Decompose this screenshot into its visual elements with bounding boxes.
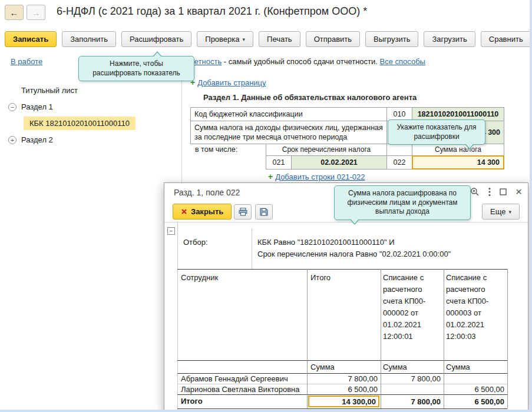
chevron-down-icon: ▾: [243, 36, 246, 42]
including-label: в том числе:: [191, 144, 265, 156]
grid-line: [252, 228, 252, 269]
subheader-sum: Сумма: [310, 361, 335, 373]
row-employee-name[interactable]: Абрамов Геннадий Сергеевич: [181, 374, 288, 384]
grid-line: [177, 394, 507, 395]
sections-tree: Титульный лист − Раздел 1 КБК 1821010201…: [0, 75, 181, 412]
tree-item-section1[interactable]: − Раздел 1: [0, 99, 181, 115]
send-button[interactable]: Отправить: [306, 31, 360, 47]
modal-window-icons: ×: [470, 187, 522, 197]
print-icon-button[interactable]: [234, 204, 252, 220]
promo-line: 1С-Отчетность - самый удобный способ сда…: [168, 57, 425, 66]
decipher-button[interactable]: Расшифровать: [121, 31, 191, 47]
collapse-icon[interactable]: −: [8, 103, 16, 111]
filter-label: Отбор:: [183, 237, 208, 248]
search-icon[interactable]: [470, 187, 480, 197]
total-row-label: Итого: [181, 397, 203, 406]
save-icon-button[interactable]: [255, 204, 273, 220]
window-frame-edge: [530, 0, 532, 412]
callout-tail: [350, 220, 359, 225]
subheader-sum: Сумма: [446, 361, 470, 373]
filter-line1: КБК Равно "18210102010011000110" И: [257, 237, 395, 248]
close-button[interactable]: Закрыть: [173, 204, 232, 220]
value-022-cell[interactable]: 14 300: [412, 155, 504, 170]
grid-line: [177, 373, 507, 374]
hint-indicator-callout: Укажите показатель для расшифровки: [388, 119, 485, 145]
hint-sum-callout: Сумма налога расшифрована по физическим …: [334, 185, 471, 220]
empty-header-cell: [386, 144, 412, 156]
status-link[interactable]: В работе: [11, 57, 42, 66]
row-doc1-value[interactable]: 7 800,00: [381, 374, 441, 384]
forward-arrow-icon[interactable]: →: [27, 5, 45, 20]
callout-tail: [153, 51, 162, 57]
grid-line: [507, 269, 508, 408]
tax-label-cell: Сумма налога на доходы физических лиц, у…: [190, 121, 387, 144]
total-sum-selected-cell[interactable]: 14 300,00: [308, 396, 379, 407]
row-total-value[interactable]: 6 500,00: [307, 385, 378, 394]
more-button[interactable]: Еще▾: [482, 204, 520, 220]
add-page-link[interactable]: +Добавить страницу: [190, 78, 266, 87]
fill-button[interactable]: Заполнить: [62, 31, 116, 47]
callout-tail: [465, 144, 474, 149]
red-cross-icon: [181, 208, 187, 215]
decode-window: Разд. 1, поле 022 × Закрыть Еще▾ Сумма н…: [164, 182, 528, 412]
collapse-group-icon[interactable]: −: [167, 227, 175, 235]
command-toolbar: Записать Заполнить Расшифровать Проверка…: [5, 31, 526, 47]
kebab-menu-icon[interactable]: [488, 187, 491, 197]
nav-bar: ←→: [5, 5, 48, 20]
sum-header-cell: Сумма налога: [412, 144, 504, 156]
selected-tree-label: КБК 18210102010011000110: [24, 117, 136, 130]
floppy-icon: [260, 208, 268, 216]
row-employee-name[interactable]: Ларионова Светлана Викторовна: [181, 385, 300, 394]
page-title: 6-НДФЛ (с 2021 года) за 1 квартал 2021 г…: [57, 5, 367, 18]
modal-title: Разд. 1, поле 022: [174, 188, 240, 197]
kbk-label-cell: Код бюджетной классификации: [190, 107, 387, 121]
row-total-value[interactable]: 7 800,00: [307, 374, 378, 384]
row-doc2-value[interactable]: 6 500,00: [444, 385, 504, 394]
grid-line: [381, 269, 381, 408]
tree-item-title-page[interactable]: Титульный лист: [0, 82, 181, 99]
save-button[interactable]: Записать: [5, 31, 57, 47]
col-header-employee: Сотрудник: [181, 272, 218, 284]
grid-line: [177, 269, 507, 270]
maximize-icon[interactable]: [500, 187, 507, 197]
decode-report: − Отбор: КБК Равно "18210102010011000110…: [164, 222, 528, 412]
expand-icon[interactable]: +: [8, 136, 16, 144]
tree-item-section2[interactable]: + Раздел 2: [0, 132, 181, 148]
unload-button[interactable]: Выгрузить: [365, 31, 418, 47]
add-rows-link[interactable]: +Добавить строки 021-022: [268, 172, 365, 181]
printer-icon: [239, 208, 247, 216]
chevron-down-icon: ▾: [508, 209, 511, 215]
print-button[interactable]: Печать: [259, 31, 300, 47]
hint-decipher-callout: Нажмите, чтобы расшифровать показатель: [78, 56, 194, 81]
tree-item-kbk[interactable]: КБК 18210102010011000110: [0, 115, 181, 132]
col-header-total: Итого: [310, 272, 331, 284]
promo-more-link[interactable]: Все способы: [380, 57, 425, 66]
date-021-cell[interactable]: 02.02.2021: [291, 155, 387, 170]
section1-title: Раздел 1. Данные об обязательствах налог…: [203, 93, 417, 102]
filter-line2: Срок перечисления налога Равно "02.02.20…: [257, 248, 451, 260]
col-header-doc1: Списание с расчетного счета КП00-000002 …: [383, 272, 441, 343]
close-icon[interactable]: ×: [516, 187, 522, 197]
grid-line: [177, 360, 507, 361]
term-header-cell: Срок перечисления налога: [266, 144, 387, 156]
total-doc1-value[interactable]: 7 800,00: [381, 397, 441, 407]
code-022-cell: 022: [386, 155, 412, 170]
back-arrow-icon[interactable]: ←: [5, 5, 24, 20]
promo-text: - самый удобный способ сдачи отчетности.: [222, 57, 379, 66]
grid-line: [177, 384, 507, 384]
window-frame-edge: [0, 410, 532, 412]
total-doc2-value[interactable]: 6 500,00: [444, 397, 504, 407]
code-021-cell: 021: [266, 155, 292, 170]
plus-icon: +: [268, 172, 273, 181]
load-button[interactable]: Загрузить: [424, 31, 475, 47]
subheader-sum: Сумма: [383, 361, 407, 373]
grid-line: [177, 408, 507, 409]
check-button[interactable]: Проверка▾: [197, 31, 253, 47]
compare-button[interactable]: Сравнить: [481, 31, 531, 47]
col-header-doc2: Списание с расчетного счета КП00-000003 …: [446, 272, 505, 343]
